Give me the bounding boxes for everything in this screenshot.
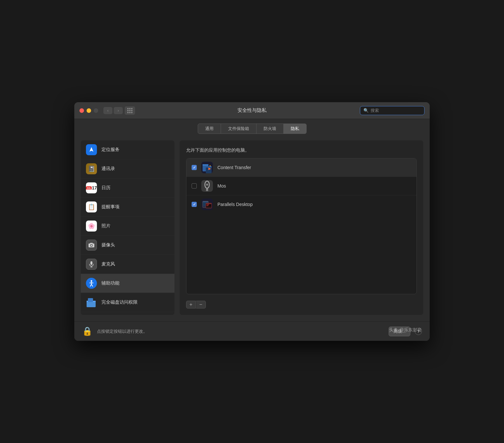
content-transfer-icon [201, 162, 213, 173]
forward-button[interactable]: › [114, 107, 123, 114]
sidebar-label-accessibility: 辅助功能 [101, 280, 120, 286]
remove-app-button[interactable]: − [196, 301, 206, 308]
svg-rect-33 [206, 203, 211, 204]
sidebar: 定位服务 📓 通讯录 JUL 17 日历 [81, 140, 174, 315]
app-row-mos: Mos [186, 177, 416, 195]
sidebar-item-microphone[interactable]: 麦克风 [81, 255, 174, 274]
contacts-icon: 📓 [86, 163, 97, 174]
svg-point-3 [91, 245, 92, 246]
checkbox-mos[interactable] [192, 183, 197, 189]
parallels-icon [201, 199, 213, 210]
main-content: 定位服务 📓 通讯录 JUL 17 日历 [74, 134, 430, 321]
traffic-lights [79, 108, 98, 113]
svg-rect-18 [203, 164, 208, 166]
tab-firewall[interactable]: 防火墙 [257, 124, 284, 134]
sidebar-item-fulldisk[interactable]: 完全磁盘访问权限 [81, 293, 174, 312]
panel-description: 允许下面的应用控制您的电脑。 [186, 147, 417, 154]
svg-marker-0 [89, 147, 93, 152]
close-button[interactable] [79, 108, 84, 113]
mos-icon [201, 180, 213, 192]
titlebar: ‹ › 安全性与隐私 🔍 搜索 [74, 102, 430, 119]
app-name-mos: Mos [217, 183, 411, 189]
fulldisk-icon [86, 297, 97, 308]
reminders-icon: 📋 [86, 201, 97, 212]
calendar-icon: JUL 17 [86, 182, 97, 193]
checkbox-parallels[interactable] [192, 202, 197, 207]
tab-privacy[interactable]: 隐私 [284, 124, 307, 134]
sidebar-label-microphone: 麦克风 [101, 261, 115, 267]
svg-rect-20 [206, 166, 212, 167]
sidebar-item-photos[interactable]: 🌸 照片 [81, 217, 174, 236]
sidebar-label-location: 定位服务 [101, 147, 120, 153]
svg-rect-4 [90, 243, 93, 244]
minimize-button[interactable] [87, 108, 91, 113]
sidebar-item-camera[interactable]: 摄像头 [81, 236, 174, 255]
maximize-button[interactable] [94, 108, 98, 113]
nav-buttons: ‹ › [103, 107, 123, 114]
sidebar-label-photos: 照片 [101, 223, 110, 229]
grid-icon [127, 108, 132, 113]
app-name-parallels: Parallels Desktop [217, 202, 411, 207]
apps-list: Content Transfer [186, 158, 417, 294]
lock-icon[interactable]: 🔒 [82, 326, 92, 336]
sidebar-label-camera: 摄像头 [101, 242, 115, 248]
svg-rect-30 [203, 201, 208, 202]
app-row-content-transfer: Content Transfer [186, 158, 416, 177]
checkbox-content-transfer[interactable] [192, 165, 197, 170]
location-icon [86, 144, 97, 155]
svg-point-24 [206, 184, 208, 186]
tab-filevault[interactable]: 文件保险箱 [221, 124, 257, 134]
window-title: 安全性与隐私 [237, 107, 267, 113]
add-app-button[interactable]: + [186, 301, 196, 308]
svg-line-12 [91, 284, 93, 286]
sidebar-label-contacts: 通讯录 [101, 166, 115, 172]
grid-button[interactable] [125, 106, 135, 115]
sidebar-item-location[interactable]: 定位服务 [81, 140, 174, 159]
watermark: 头条 @乐东影音 [389, 327, 422, 333]
photos-icon: 🌸 [86, 221, 97, 232]
back-button[interactable]: ‹ [103, 107, 112, 114]
lock-text: 点按锁定按钮以进行更改。 [97, 329, 384, 334]
system-preferences-window: ‹ › 安全性与隐私 🔍 搜索 通用 文件保险箱 防火墙 隐私 [74, 102, 430, 341]
sidebar-item-accessibility[interactable]: 辅助功能 [81, 274, 174, 293]
camera-icon [86, 240, 97, 251]
sidebar-item-contacts[interactable]: 📓 通讯录 [81, 159, 174, 178]
search-icon: 🔍 [363, 108, 369, 113]
tabbar: 通用 文件保险箱 防火墙 隐私 [74, 119, 430, 134]
tab-general[interactable]: 通用 [198, 124, 221, 134]
sidebar-item-calendar[interactable]: JUL 17 日历 [81, 178, 174, 198]
svg-line-11 [90, 284, 91, 286]
right-panel: 允许下面的应用控制您的电脑。 [180, 140, 423, 315]
svg-rect-15 [88, 298, 93, 302]
sidebar-label-reminders: 提醒事项 [101, 204, 120, 210]
svg-rect-5 [90, 261, 92, 265]
sidebar-label-calendar: 日历 [101, 185, 110, 191]
svg-rect-25 [206, 188, 208, 191]
action-buttons: + − [186, 301, 417, 308]
microphone-icon [86, 259, 97, 270]
search-input[interactable]: 搜索 [371, 108, 421, 113]
app-row-parallels: Parallels Desktop [186, 195, 416, 213]
svg-point-26 [206, 190, 208, 191]
bottombar: 🔒 点按锁定按钮以进行更改。 高级... ? [74, 321, 430, 341]
svg-point-8 [91, 280, 92, 282]
app-name-content-transfer: Content Transfer [217, 165, 411, 170]
search-box[interactable]: 🔍 搜索 [360, 106, 425, 115]
sidebar-item-reminders[interactable]: 📋 提醒事项 [81, 198, 174, 217]
accessibility-icon [86, 278, 97, 289]
sidebar-label-fulldisk: 完全磁盘访问权限 [101, 299, 138, 305]
